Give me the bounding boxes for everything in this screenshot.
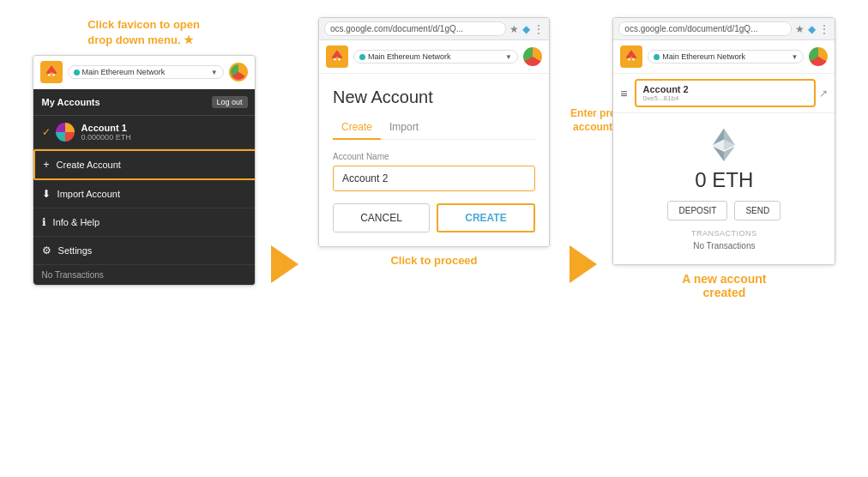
transactions-label: TRANSACTIONS	[691, 229, 757, 238]
panel-1: Click favicon to opendrop down menu. ★ M…	[28, 17, 260, 286]
network-caret-3: ▼	[791, 53, 798, 61]
no-transactions-3: No Transactions	[693, 241, 755, 251]
panel1-annotation: Click favicon to opendrop down menu. ★	[87, 17, 200, 48]
new-account-content: New Account Create Import Account Name C…	[319, 74, 549, 246]
color-wheel-2	[523, 47, 542, 66]
metamask-logo-3	[620, 45, 642, 68]
settings-label: Settings	[58, 245, 93, 256]
browser-url-3[interactable]: ocs.google.com/document/d/1gQ...	[618, 21, 792, 36]
dropdown-menu: My Accounts Log out ✓ Account 1 0.000000…	[33, 89, 256, 285]
eth-amount: 0 ETH	[695, 168, 753, 192]
menu-icon-2: ⋮	[533, 23, 544, 35]
account1-balance: 0.000000 ETH	[81, 133, 131, 142]
cancel-button[interactable]: CANCEL	[333, 203, 430, 232]
account1-item[interactable]: ✓ Account 1 0.000000 ETH	[33, 116, 256, 149]
network-badge-3[interactable]: Main Ethereum Network ▼	[648, 50, 804, 63]
account-check-icon: ✓	[42, 126, 51, 138]
star-icon-2: ★	[509, 23, 519, 35]
network-badge-2[interactable]: Main Ethereum Network ▼	[353, 50, 518, 63]
svg-point-2	[52, 74, 55, 76]
created-account-name: Account 2	[643, 84, 808, 94]
settings-menu-item[interactable]: ⚙ Settings	[33, 237, 256, 265]
account-actions: DEPOSIT SEND	[667, 201, 781, 220]
metamask-header-2: Main Ethereum Network ▼	[319, 40, 549, 74]
arrow-2	[570, 245, 597, 283]
panel-3: ocs.google.com/document/d/1gQ... ★ ◆ ⋮ M…	[608, 17, 840, 299]
panel2-bottom-annotation: Click to proceed	[390, 254, 477, 267]
svg-point-7	[628, 58, 630, 61]
panel2-browser: ocs.google.com/document/d/1gQ... ★ ◆ ⋮	[318, 17, 550, 247]
panel1-browser: Main Ethereum Network ▼ My Accounts Log …	[33, 55, 256, 286]
send-button[interactable]: SEND	[734, 201, 781, 220]
created-account-addr: 0xe5...81b4	[643, 94, 808, 102]
browser-bar-3: ocs.google.com/document/d/1gQ... ★ ◆ ⋮	[613, 18, 835, 40]
account-badge: Account 2 0xe5...81b4	[635, 79, 817, 107]
info-help-menu-item[interactable]: ℹ Info & Help	[33, 208, 256, 237]
svg-point-8	[633, 58, 636, 61]
import-account-label: Import Account	[57, 189, 120, 199]
metamask-header-1: Main Ethereum Network ▼	[33, 56, 255, 89]
import-icon: ⬇	[42, 188, 51, 200]
new-account-title: New Account	[333, 88, 535, 107]
info-icon: ℹ	[42, 216, 46, 228]
network-label-3: Main Ethereum Network	[662, 52, 745, 61]
account-created-header: ≡ Account 2 0xe5...81b4 ↗	[613, 74, 835, 113]
panel-2: ocs.google.com/document/d/1gQ... ★ ◆ ⋮	[310, 17, 558, 267]
ethereum-logo	[707, 127, 741, 161]
account-name-input[interactable]	[333, 166, 535, 191]
svg-point-5	[338, 58, 341, 61]
svg-point-1	[48, 74, 51, 76]
star-icon-3: ★	[795, 23, 805, 35]
metamask-logo-1	[40, 61, 63, 83]
arrow-shape-2	[570, 245, 597, 283]
account1-name: Account 1	[81, 123, 131, 133]
create-account-menu-item[interactable]: + Create Account	[33, 149, 256, 180]
deposit-button[interactable]: DEPOSIT	[667, 201, 727, 220]
network-label-2: Main Ethereum Network	[368, 52, 451, 61]
account1-avatar	[56, 123, 75, 142]
arrow-1	[271, 245, 298, 283]
network-caret-2: ▼	[505, 53, 512, 61]
network-badge-1[interactable]: Main Ethereum Network ▼	[68, 65, 224, 79]
arrow-shape-1	[271, 245, 298, 283]
metamask-logo-2	[326, 45, 348, 68]
svg-point-4	[334, 58, 336, 61]
panel3-browser: ocs.google.com/document/d/1gQ... ★ ◆ ⋮ M…	[612, 17, 835, 265]
create-button[interactable]: CREATE	[437, 203, 535, 232]
browser-url-2[interactable]: ocs.google.com/document/d/1gQ...	[324, 21, 506, 36]
diamond-icon-3: ◆	[808, 23, 816, 35]
network-dot-1	[74, 69, 80, 75]
info-help-label: Info & Help	[53, 217, 99, 227]
logout-button[interactable]: Log out	[212, 96, 248, 108]
menu-icon-3: ⋮	[819, 23, 829, 35]
network-label-1: Main Ethereum Network	[82, 68, 166, 76]
buttons-row: CANCEL CREATE	[333, 203, 535, 232]
panel2-inner: ocs.google.com/document/d/1gQ... ★ ◆ ⋮	[318, 17, 550, 247]
panel3-bottom-annotation: A new accountcreated	[682, 272, 766, 299]
hamburger-icon[interactable]: ≡	[620, 87, 627, 100]
plus-icon: +	[44, 159, 50, 171]
network-dot-2	[359, 54, 365, 60]
account1-info: Account 1 0.000000 ETH	[81, 123, 131, 142]
diamond-icon-2: ◆	[522, 23, 530, 35]
import-account-menu-item[interactable]: ⬇ Import Account	[33, 180, 256, 208]
gear-icon: ⚙	[42, 245, 51, 257]
network-dot-3	[654, 54, 660, 60]
network-caret-1: ▼	[211, 69, 218, 76]
no-transactions-1: No Transactions	[33, 265, 256, 285]
favicon-icon-1[interactable]	[229, 63, 248, 82]
account-name-field-label: Account Name	[333, 152, 535, 161]
browser-bar-2: ocs.google.com/document/d/1gQ... ★ ◆ ⋮	[319, 18, 549, 40]
create-account-label: Create Account	[57, 160, 121, 170]
tab-create[interactable]: Create	[333, 118, 381, 140]
tab-import[interactable]: Import	[381, 118, 427, 139]
metamask-header-3: Main Ethereum Network ▼	[613, 40, 835, 74]
color-wheel-3	[809, 47, 828, 66]
my-accounts-title: My Accounts	[42, 97, 100, 107]
dropdown-header: My Accounts Log out	[33, 89, 256, 116]
external-link-icon[interactable]: ↗	[819, 88, 828, 100]
tabs-row: Create Import	[333, 118, 535, 140]
account-created-body: 0 ETH DEPOSIT SEND TRANSACTIONS No Trans…	[613, 113, 835, 264]
